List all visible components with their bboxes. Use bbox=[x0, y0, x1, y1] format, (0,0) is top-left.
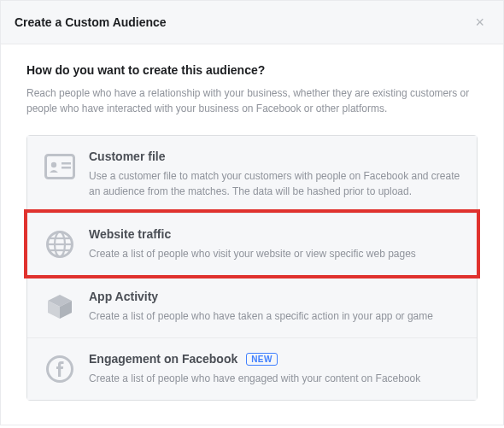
close-icon: × bbox=[475, 14, 484, 31]
option-website-traffic[interactable]: Website traffic Create a list of people … bbox=[27, 213, 477, 275]
option-label: Customer file bbox=[89, 150, 461, 163]
option-engagement-facebook[interactable]: Engagement on Facebook NEW Create a list… bbox=[27, 337, 477, 400]
intro-subtext: Reach people who have a relationship wit… bbox=[26, 85, 478, 116]
option-app-activity[interactable]: App Activity Create a list of people who… bbox=[27, 275, 477, 337]
option-customer-file[interactable]: Customer file Use a customer file to mat… bbox=[27, 136, 477, 213]
facebook-circle-icon bbox=[43, 352, 77, 386]
globe-icon bbox=[43, 227, 77, 261]
option-label: Website traffic bbox=[89, 227, 461, 241]
option-desc: Create a list of people who have taken a… bbox=[89, 308, 461, 324]
svg-rect-2 bbox=[62, 162, 71, 165]
svg-point-1 bbox=[51, 162, 56, 167]
option-label: App Activity bbox=[89, 290, 461, 303]
option-label-text: Engagement on Facebook bbox=[89, 352, 237, 366]
new-badge: NEW bbox=[246, 353, 278, 366]
option-text: Engagement on Facebook NEW Create a list… bbox=[89, 352, 461, 386]
option-text: Website traffic Create a list of people … bbox=[89, 227, 461, 261]
dialog-titlebar: Create a Custom Audience × bbox=[1, 1, 503, 44]
option-desc: Create a list of people who visit your w… bbox=[89, 246, 461, 261]
option-desc: Use a customer file to match your custom… bbox=[89, 168, 461, 199]
intro-question: How do you want to create this audience? bbox=[26, 63, 478, 77]
id-card-icon bbox=[43, 150, 77, 184]
option-text: Customer file Use a customer file to mat… bbox=[89, 150, 461, 199]
option-text: App Activity Create a list of people who… bbox=[89, 290, 461, 324]
dialog-create-custom-audience: Create a Custom Audience × How do you wa… bbox=[0, 0, 504, 425]
close-button[interactable]: × bbox=[470, 11, 489, 33]
option-desc: Create a list of people who have engaged… bbox=[89, 371, 461, 386]
cube-icon bbox=[43, 290, 77, 324]
option-label: Engagement on Facebook NEW bbox=[89, 352, 461, 366]
svg-rect-3 bbox=[62, 167, 71, 169]
dialog-body: How do you want to create this audience?… bbox=[1, 44, 503, 425]
option-list: Customer file Use a customer file to mat… bbox=[26, 135, 478, 401]
dialog-title: Create a Custom Audience bbox=[15, 15, 167, 29]
